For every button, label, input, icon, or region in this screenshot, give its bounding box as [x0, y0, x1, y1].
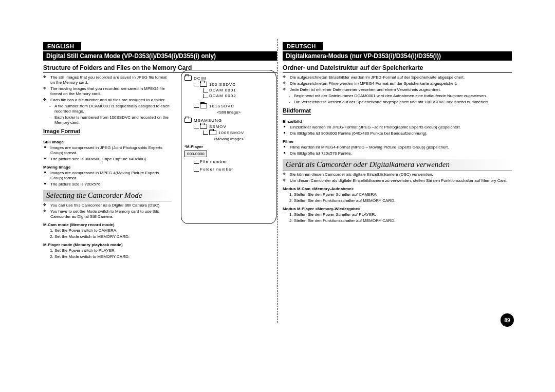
body-text: Images are compressed in JPEG (Joint Pho… — [50, 145, 172, 156]
body-text: The moving images that you recorded are … — [50, 86, 172, 97]
small-heading: M.Player mode (Memory playback mode) — [43, 242, 172, 247]
tree-label: SSMOV — [209, 124, 227, 129]
body-text: The picture size is 720x576. — [50, 182, 172, 187]
folder-icon — [200, 124, 207, 129]
title-bar-left: Digital Still Camera Mode (VP-D353(i)/D3… — [43, 51, 277, 61]
small-heading: Modus M.Cam <Memory-Aufnahme> — [283, 186, 512, 191]
folder-icon — [184, 76, 192, 81]
tree-label: DCAM 0001 — [209, 88, 236, 92]
lang-tag-deutsch: DEUTSCH — [283, 42, 323, 50]
tree-label: DCIM — [194, 76, 206, 81]
body-text: A file number from DCAM0001 is sequentia… — [54, 104, 172, 114]
small-heading: Moving Image — [43, 165, 172, 170]
tree-label: 100SSMOV — [218, 130, 244, 135]
sub-heading: Bildformat — [283, 107, 311, 115]
body-text: Set the Power switch to CAMERA. — [54, 228, 172, 233]
folder-icon — [200, 103, 207, 108]
tree-label: 100 SSDVC — [209, 82, 236, 87]
folder-icon — [209, 130, 216, 135]
body-text: Images are compressed in MPEG 4(Moving P… — [50, 171, 172, 181]
folder-icon — [184, 118, 192, 123]
body-text: You can use this Camcorder as a Digital … — [50, 203, 172, 208]
deutsch-column: DEUTSCH Digitalkamera-Modus (nur VP-D353… — [283, 42, 512, 320]
tree-label: 101SSDVC — [209, 104, 234, 108]
body-text: Stellen Sie den Funktionsschalter auf ME… — [294, 198, 512, 203]
body-text: Jede Datei ist mit einer Dateinummer ver… — [290, 87, 512, 92]
english-column: ENGLISH Digital Still Camera Mode (VP-D3… — [43, 42, 277, 320]
section-heading: Ordner- und Dateistruktur auf der Speich… — [283, 63, 512, 73]
body-text: Set the Power switch to PLAYER. — [54, 248, 172, 253]
diagram-caption: <Still image> — [184, 110, 273, 115]
body-text: The still images that you recorded are s… — [50, 75, 172, 85]
italic-heading: Gerät als Camcorder oder Digitalkamera v… — [283, 159, 512, 171]
body-text: Die Bildgröße ist 720x576 Punkte. — [290, 151, 512, 156]
folder-structure-diagram: DCIM 100 SSDVC DCAM 0001 DCAM 0002 101SS… — [181, 70, 276, 224]
column-divider — [278, 39, 278, 323]
manual-page: ENGLISH Digital Still Camera Mode (VP-D3… — [43, 42, 512, 320]
sub-heading: Image Format — [43, 128, 80, 135]
body-text: Set the Mode switch to MEMORY CARD. — [54, 234, 172, 239]
italic-heading: Selecting the Camcorder Mode — [43, 190, 172, 201]
title-bar-right: Digitalkamera-Modus (nur VP-D353(i)/D354… — [283, 51, 512, 61]
body-text: Die aufgezeichneten Einzelbilder werden … — [290, 75, 512, 80]
page-number: 89 — [501, 313, 514, 327]
small-heading: M.Cam mode (Memory record mode) — [43, 222, 172, 227]
small-heading: *M.Player — [184, 144, 273, 149]
tree-label: DCAM 0002 — [209, 94, 236, 98]
body-text: Each folder is numbered from 100SSDVC an… — [54, 115, 172, 125]
body-text: Stellen Sie den Power-Schalter auf CAMER… — [294, 192, 512, 197]
small-heading: Still Image — [43, 140, 172, 144]
tree-label: File number — [200, 159, 227, 164]
body-text: Set the Mode switch to MEMORY CARD. — [54, 254, 172, 259]
body-text: Each file has a file number and all file… — [50, 98, 172, 103]
file-number-box: 000-0000 — [184, 151, 207, 157]
body-text: Die Bildgröße ist 800x600 Punkte (640x48… — [290, 131, 512, 136]
small-heading: Modus M.Player <Memory-Wiedergabe> — [283, 207, 512, 211]
folder-icon — [200, 82, 207, 87]
tree-label: MSAMSUNG — [194, 118, 222, 123]
body-text: Beginnend mit der Dateinummer DCAM0001 w… — [294, 94, 512, 99]
body-text: You have to set the Mode switch to Memor… — [50, 209, 172, 219]
small-heading: Einzelbild — [283, 119, 512, 124]
body-text: The picture size is 800x600 (Tape Captur… — [50, 157, 172, 162]
tree-label: Folder number — [200, 167, 233, 172]
body-text: Die aufgezeichneten Filme werden im MPEG… — [290, 81, 512, 86]
body-text: Filme werden im MPEG4-Format (MPEG – Mov… — [290, 145, 512, 150]
diagram-caption: <Moving image> — [184, 137, 273, 141]
body-text: Um diesen Camcorder als digitale Einzelb… — [290, 178, 512, 183]
body-text: Einzelbilder werden im JPEG-Format (JPEG… — [290, 125, 512, 130]
lang-tag-english: ENGLISH — [43, 42, 81, 50]
body-text: Sie können diesen Camcorder als digitale… — [290, 172, 512, 177]
body-text: Stellen Sie den Funktionsschalter auf ME… — [294, 218, 512, 223]
body-text: Stellen Sie den Power-Schalter auf PLAYE… — [294, 212, 512, 217]
small-heading: Filme — [283, 139, 512, 144]
body-text: Die Verzeichnisse werden auf der Speiche… — [294, 100, 512, 105]
